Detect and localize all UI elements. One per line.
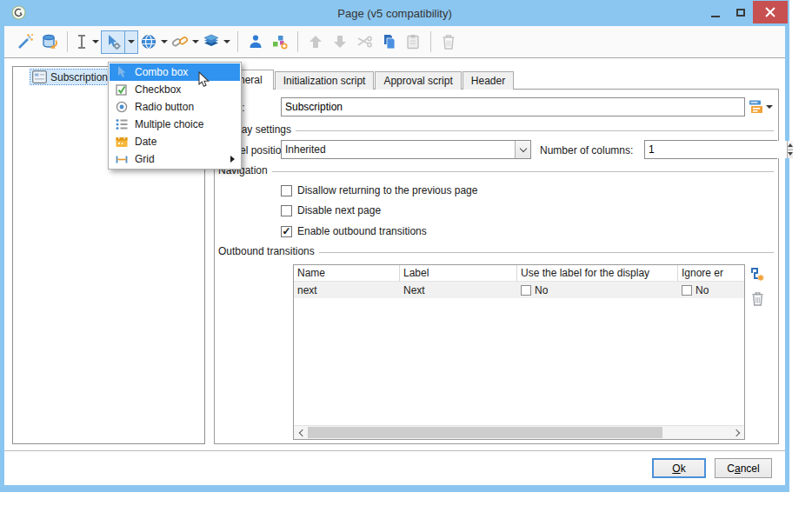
cancel-button[interactable]: Cancel [715,458,772,478]
spinner-down-button[interactable] [788,150,793,159]
localization-icon [749,99,763,114]
cell-checkbox[interactable] [521,285,531,296]
add-transition-icon [749,266,765,282]
group-divider [296,130,774,131]
link-control-button[interactable] [170,30,201,54]
horizontal-scrollbar[interactable] [294,425,744,439]
form-control-icon [104,33,122,50]
maximize-button[interactable] [728,1,753,23]
layers-control-button[interactable] [201,30,232,54]
spinner-input[interactable] [645,141,787,158]
checkbox-disallow-returning[interactable]: Disallow returning to the previous page [281,184,477,196]
number-of-columns-spinner[interactable] [644,140,777,159]
page-form-icon [32,70,47,83]
cell-name: next [294,284,400,296]
scrollbar-thumb[interactable] [308,427,662,438]
menu-item-checkbox[interactable]: Checkbox [110,81,240,98]
add-transition-button[interactable] [749,265,766,283]
form-control-button[interactable] [101,30,138,54]
group-add-icon [271,33,289,50]
menu-item-label: Radio button [135,101,194,113]
cancel-label: C [727,462,735,475]
column-header-use-label: Use the label for the display [517,265,678,282]
delete-button[interactable] [436,30,461,54]
text-field-button[interactable] [73,30,101,54]
wizard-icon [17,33,34,50]
column-header-ignore: Ignore er [678,265,744,282]
navigation-group: Navigation [218,164,774,176]
copy-button[interactable] [376,30,401,54]
checkbox-label: Enable outbound transitions [297,225,427,237]
dialog-window: Page (v5 compatibility) [0,0,789,492]
close-button[interactable] [753,1,788,23]
table-row[interactable]: next Next No No [294,282,744,298]
tab-approval-script[interactable]: Approval script [375,71,461,90]
menu-item-grid[interactable]: Grid [110,150,240,168]
checkbox-box[interactable] [281,185,292,196]
toolbar [4,26,785,58]
chevron-right-icon [732,429,739,436]
delete-transition-button[interactable] [749,289,766,307]
up-arrow-icon [307,33,324,50]
menu-item-radio-button[interactable]: Radio button [110,98,240,116]
chevron-down-icon [519,144,526,151]
menu-item-label: Combo box [135,66,188,78]
transitions-table: Name Label Use the label for the display… [293,264,745,440]
minimize-button[interactable] [702,1,728,23]
move-up-button[interactable] [303,30,328,54]
form-control-dropdown[interactable] [125,31,137,53]
group-add-button[interactable] [268,30,292,54]
scroll-right-button[interactable] [730,426,744,439]
ok-button[interactable]: Ok [652,458,706,478]
down-triangle-icon [788,152,793,156]
number-of-columns-label: Number of columns: [540,144,633,156]
checkbox-disable-next-page[interactable]: Disable next page [281,204,381,216]
table-header-row: Name Label Use the label for the display… [294,265,744,282]
submenu-arrow-icon [230,156,235,163]
control-type-menu: Combo box Checkbox Radio button Multiple… [108,62,242,170]
combobox-dropdown-button[interactable] [515,141,530,158]
cell-use-label: No [517,284,678,296]
general-tab-content: Title: Display settings Label position: … [214,89,779,444]
cell-checkbox[interactable] [682,285,692,296]
database-import-button[interactable] [37,30,62,54]
dropdown-caret-icon [192,40,199,43]
trash-icon [750,290,765,307]
cell-checkbox-label: No [696,284,709,296]
outbound-transitions-group: Outbound transitions [218,245,774,257]
tab-initialization-script[interactable]: Initialization script [275,71,375,90]
checkbox-box[interactable]: ✓ [281,226,292,237]
tab-header[interactable]: Header [463,71,514,90]
text-field-icon [75,33,89,50]
checkbox-enable-outbound-transitions[interactable]: ✓ Enable outbound transitions [281,225,427,237]
minimize-icon [711,16,720,17]
dropdown-caret-icon [766,105,773,109]
menu-item-date[interactable]: Date [110,133,240,150]
trash-icon [441,33,456,50]
scroll-left-button[interactable] [294,426,308,439]
web-control-button[interactable] [138,30,170,54]
dropdown-caret-icon [92,40,99,43]
layers-icon [203,33,220,50]
column-header-label: Label [400,265,517,282]
title-input[interactable] [281,97,745,116]
person-button[interactable] [243,30,268,54]
dropdown-caret-icon [223,40,230,43]
menu-item-multiple-choice[interactable]: Multiple choice [110,116,240,133]
menu-item-combo-box[interactable]: Combo box [110,63,240,81]
wizard-button[interactable] [13,30,37,54]
title-bar[interactable]: Page (v5 compatibility) [0,0,789,26]
spinner-up-button[interactable] [788,141,793,150]
paste-button[interactable] [401,30,425,54]
localization-button[interactable] [749,99,773,114]
paste-icon [404,33,422,50]
move-down-button[interactable] [328,30,352,54]
menu-item-label: Checkbox [135,83,181,96]
tree-item-subscription[interactable]: Subscription [30,70,111,84]
outbound-transitions-label: Outbound transitions [218,245,315,257]
checkbox-box[interactable] [281,205,292,216]
label-position-combobox[interactable]: Inherited [281,140,531,159]
cut-button[interactable] [352,30,376,54]
ok-label: O [672,462,680,475]
toolbar-separator [237,31,238,52]
